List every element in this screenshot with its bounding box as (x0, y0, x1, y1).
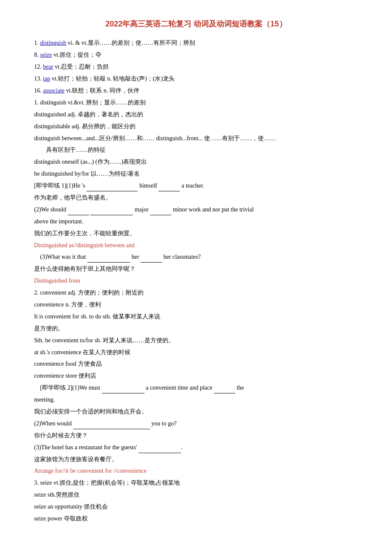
practice2-ex1-cont: meeting. (34, 394, 358, 405)
item-number-16: 16. (34, 87, 43, 94)
blank-3-2 (141, 257, 162, 263)
convenient-usage1: It is convenient for sb. to do sth. 做某事对… (34, 311, 358, 322)
practice1-ex2: (2)We should major minor work and not pu… (34, 204, 358, 215)
item-def-12: vt.忍受；忍耐；负担 (53, 64, 109, 70)
practice1-cn3: 是什么使得她有别于班上其他同学呢？ (34, 263, 358, 275)
vocab-item-13: 13. tap vt.轻打；轻拍；轻敲 n. 轻地敲击(声)；(水)龙头 (34, 73, 358, 84)
distinguish-usage2: 具有区别于……的特征 (34, 145, 358, 156)
word-link-distinguish[interactable]: distinguish (40, 40, 66, 46)
seize-usage2: seize an opportunity 抓住机会 (34, 501, 358, 512)
convenient-convenience: convenience n. 方便，便利 (34, 299, 358, 310)
distinguish-heading: 1. distinguish vi.&vt. 辨别；显示……的差别 (34, 97, 358, 108)
distinguish-usage1: distinguish between...and...区分/辨别……和…… d… (34, 133, 358, 144)
blank-p2-2 (214, 387, 235, 393)
vocab-item-1: 1. distinguish vi. & vt.显示……的差别；使……有所不同；… (34, 38, 358, 49)
practice1-ex2-cont: above the important. (34, 216, 358, 227)
practice1-cn2: 我们的工作要分主次，不能轻重倒置。 (34, 228, 358, 239)
blank-p2-4 (138, 447, 181, 453)
distinguish-usage4: be distinguished by/for 以……为特征/著名 (34, 168, 358, 179)
item-def-13: vt.轻打；轻拍；轻敲 n. 轻地敲击(声)；(水)龙头 (50, 75, 175, 82)
convenient-usage4: convenience food 方便食品 (34, 358, 358, 370)
convenient-usage1-cont: 是方便的。 (34, 323, 358, 334)
word-link-seize[interactable]: seize (40, 52, 52, 58)
practice2-cn3: 这家旅馆为方便旅客设有餐厅。 (34, 454, 358, 465)
item-number-12: 12. (34, 64, 43, 70)
main-content: 1. distinguish vi. & vt.显示……的差别；使……有所不同；… (34, 38, 358, 524)
item-def-1: vi. & vt.显示……的差别；使……有所不同；辨别 (66, 40, 195, 46)
practice2-ex3: (3)The hotel has a restaurant for the gu… (34, 442, 358, 453)
item-def-16: vt.联想；联系 n. 同伴，伙伴 (65, 87, 139, 94)
blank-2-2 (90, 209, 133, 215)
convenient-usage3: at sb.'s convenience 在某人方便的时候 (34, 347, 358, 358)
page-title: 2022年高三英语二轮复习 动词及动词短语教案（15） (34, 17, 358, 31)
vocab-item-16: 16. associate vt.联想；联系 n. 同伴，伙伴 (34, 85, 358, 96)
convenient-heading: 2. convenient adj. 方便的；便利的；附近的 (34, 287, 358, 298)
blank-2-1 (68, 209, 89, 215)
practice2-cn2: 你什么时候去方便？ (34, 430, 358, 441)
word-link-associate[interactable]: associate (43, 87, 65, 94)
blank-3-1 (87, 257, 130, 263)
distinguish-distinguished: distinguished adj. 卓越的，著名的，杰出的 (34, 109, 358, 120)
blank-2-3 (150, 209, 171, 215)
practice1-answer2: Distinguished from (34, 275, 358, 286)
blank-1-1 (86, 185, 138, 191)
vocab-item-8: 8. seize vt.抓住；捉住；夺 (34, 49, 358, 61)
practice2-cn1: 我们必须安排一个合适的时间和地点开会。 (34, 406, 358, 417)
practice2-answer: Arrange for//it be convenient for //conv… (34, 465, 358, 477)
practice1-answer1: Distinguished as//distinguish between an… (34, 240, 358, 251)
practice1-ex3: (3)What was it that her her classmates? (34, 251, 358, 263)
item-number-13: 13. (34, 75, 43, 82)
word-link-bear[interactable]: bear (43, 64, 53, 70)
practice2-ex2: (2)When would you to go? (34, 418, 358, 429)
blank-p2-3 (73, 423, 150, 429)
convenient-usage2: Sth. be convenient to/for sb. 对某人来说……是方便… (34, 335, 358, 346)
vocab-item-12: 12. bear vt.忍受；忍耐；负担 (34, 61, 358, 72)
word-link-tap[interactable]: tap (43, 75, 50, 82)
practice1-label: [即学即练 1](1)He 's himself a teacher. (34, 180, 358, 191)
seize-heading: 3. seize vt.抓住,捉住；把握(机会等)；夺取某物,占领某地 (34, 477, 358, 489)
distinguish-usage3: distinguish oneself (as...) (作为……)表现突出 (34, 156, 358, 168)
practice2-label: [即学即练 2](1)We must a convenient time and… (34, 382, 358, 393)
item-number-1: 1. (34, 40, 40, 46)
blank-1-2 (159, 185, 180, 191)
distinguish-distinguishable: distinguishable adj. 易分辨的，能区分的 (34, 121, 358, 132)
item-number-8: 8. (34, 52, 40, 58)
practice1-cn1: 作为老师，他早已负有盛名。 (34, 192, 358, 203)
item-def-8: vt.抓住；捉住；夺 (52, 52, 101, 58)
seize-usage1: seize sth.突然抓住 (34, 489, 358, 500)
convenient-usage5: convenience store 便利店 (34, 370, 358, 382)
blank-p2-1 (102, 387, 144, 393)
seize-usage3: seize power 夺取政权 (34, 513, 358, 524)
